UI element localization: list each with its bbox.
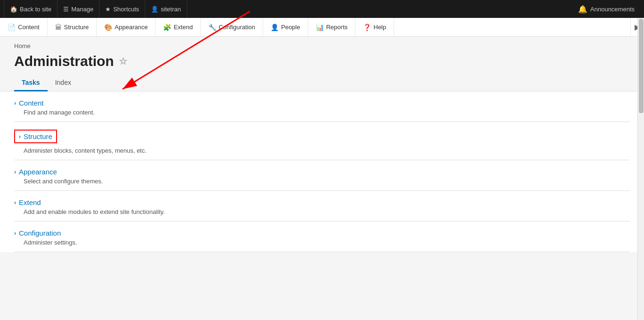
shortcuts-label: Shortcuts <box>113 6 139 13</box>
manage-icon: ☰ <box>63 6 69 13</box>
home-icon: 🏠 <box>10 6 17 13</box>
menu-item-extend[interactable]: 🧩 Extend <box>156 18 200 36</box>
scrollbar[interactable] <box>637 18 644 252</box>
people-icon: 👤 <box>271 24 279 31</box>
chevron-right-icon: › <box>14 100 16 107</box>
chevron-right-extend-icon: › <box>14 199 16 206</box>
section-configuration-title[interactable]: Configuration <box>19 229 61 237</box>
config-icon: 🔧 <box>208 24 216 31</box>
breadcrumb-text: Home <box>14 42 31 49</box>
section-structure-header[interactable]: › Structure <box>14 130 57 143</box>
menu-item-content[interactable]: 📄 Content <box>0 18 48 36</box>
section-configuration-header[interactable]: › Configuration <box>14 229 630 237</box>
section-appearance-desc: Select and configure themes. <box>14 178 630 185</box>
section-extend-desc: Add and enable modules to extend site fu… <box>14 208 630 215</box>
section-structure-desc: Administer blocks, content types, menus,… <box>14 147 630 154</box>
breadcrumb: Home <box>0 37 644 49</box>
page-title-text: Administration <box>14 53 114 69</box>
announcements-button[interactable]: 🔔 Announcements <box>572 5 640 14</box>
reports-icon: 📊 <box>316 24 324 31</box>
menu-appearance-label: Appearance <box>115 24 148 31</box>
section-content-title[interactable]: Content <box>19 99 44 107</box>
menu-bar: 📄 Content 🏛 Structure 🎨 Appearance 🧩 Ext… <box>0 18 644 37</box>
chevron-right-appearance-icon: › <box>14 169 16 175</box>
announcements-label: Announcements <box>590 6 635 13</box>
menu-item-configuration[interactable]: 🔧 Configuration <box>201 18 263 36</box>
chevron-right-config-icon: › <box>14 230 16 237</box>
section-content: › Content Find and manage content. <box>14 91 630 122</box>
section-configuration-desc: Administer settings. <box>14 239 630 246</box>
scrollbar-thumb[interactable] <box>639 19 644 113</box>
menu-config-label: Configuration <box>219 24 255 31</box>
section-structure-title[interactable]: Structure <box>24 132 52 140</box>
username-link[interactable]: 👤 sitetran <box>145 0 187 18</box>
appearance-icon: 🎨 <box>104 24 112 31</box>
menu-extend-label: Extend <box>173 24 192 31</box>
username-label: sitetran <box>161 6 181 13</box>
back-to-site-label: Back to site <box>20 6 51 13</box>
section-appearance-title[interactable]: Appearance <box>19 168 57 176</box>
star-icon-admin: ★ <box>105 6 111 13</box>
menu-item-reports[interactable]: 📊 Reports <box>308 18 356 36</box>
menu-help-label: Help <box>373 24 386 31</box>
section-configuration: › Configuration Administer settings. <box>14 222 630 252</box>
tab-index[interactable]: Index <box>48 75 79 91</box>
menu-people-label: People <box>281 24 300 31</box>
user-icon: 👤 <box>151 6 158 13</box>
menu-item-appearance[interactable]: 🎨 Appearance <box>97 18 156 36</box>
menu-structure-label: Structure <box>64 24 89 31</box>
admin-bar-left: 🏠 Back to site ☰ Manage ★ Shortcuts 👤 si… <box>4 0 187 18</box>
section-extend: › Extend Add and enable modules to exten… <box>14 191 630 222</box>
shortcuts-link[interactable]: ★ Shortcuts <box>99 0 145 18</box>
menu-item-structure[interactable]: 🏛 Structure <box>48 18 97 36</box>
menu-content-label: Content <box>18 24 40 31</box>
structure-icon: 🏛 <box>55 24 62 31</box>
section-appearance-header[interactable]: › Appearance <box>14 168 630 176</box>
menu-reports-label: Reports <box>326 24 348 31</box>
extend-icon: 🧩 <box>163 24 171 31</box>
page-title: Administration ☆ <box>14 53 630 69</box>
manage-link[interactable]: ☰ Manage <box>58 0 99 18</box>
section-content-desc: Find and manage content. <box>14 109 630 116</box>
main-content: › Content Find and manage content. › Str… <box>0 91 644 252</box>
manage-label: Manage <box>71 6 93 13</box>
admin-bar-right: 🔔 Announcements <box>572 5 640 14</box>
bell-icon: 🔔 <box>578 5 587 14</box>
section-appearance: › Appearance Select and configure themes… <box>14 160 630 191</box>
menu-item-help[interactable]: ❓ Help <box>355 18 394 36</box>
tabs: Tasks Index <box>0 69 644 91</box>
section-extend-title[interactable]: Extend <box>19 198 41 206</box>
help-icon: ❓ <box>363 24 371 31</box>
content-icon: 📄 <box>8 24 16 31</box>
section-extend-header[interactable]: › Extend <box>14 198 630 206</box>
back-to-site-link[interactable]: 🏠 Back to site <box>4 0 58 18</box>
page-title-area: Administration ☆ <box>0 49 644 69</box>
chevron-right-structure-icon: › <box>19 133 21 140</box>
menu-item-people[interactable]: 👤 People <box>263 18 308 36</box>
section-structure: › Structure Administer blocks, content t… <box>14 122 630 160</box>
bookmark-star-icon[interactable]: ☆ <box>119 56 127 67</box>
admin-bar: 🏠 Back to site ☰ Manage ★ Shortcuts 👤 si… <box>0 0 644 18</box>
tab-tasks[interactable]: Tasks <box>14 75 48 91</box>
section-content-header[interactable]: › Content <box>14 99 630 107</box>
